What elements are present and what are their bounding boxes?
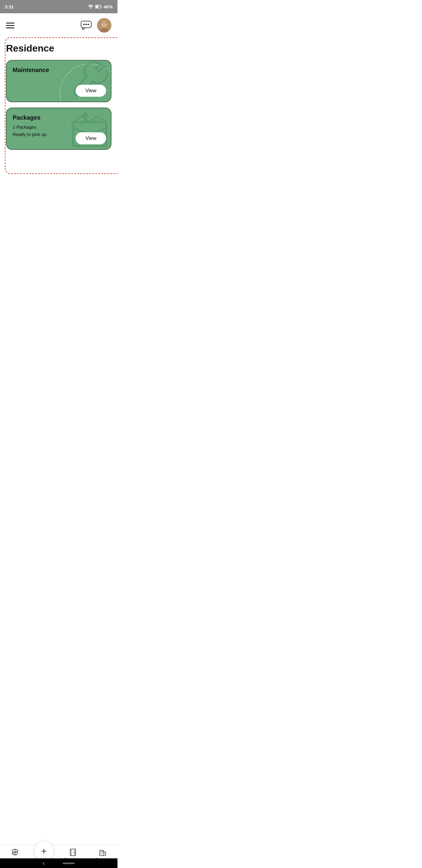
maintenance-card-title: Maintenance [13, 67, 105, 73]
battery-level: 46% [104, 4, 112, 9]
packages-card: Packages 1 Packages Ready to pick up Vie… [6, 107, 111, 150]
svg-point-11 [103, 24, 104, 24]
battery-icon [95, 5, 102, 8]
explore-icon [10, 847, 20, 857]
chat-icon [81, 21, 92, 30]
svg-rect-2 [101, 6, 101, 7]
dashed-region: Residence Maintenance View Packages 1 Pa… [6, 40, 111, 150]
svg-rect-26 [102, 851, 103, 852]
svg-rect-28 [104, 853, 105, 854]
svg-rect-27 [101, 853, 101, 854]
svg-point-12 [105, 24, 106, 24]
svg-rect-25 [101, 851, 101, 852]
gesture-bar: ‹ [0, 858, 118, 868]
status-time: 3:31 [5, 4, 14, 9]
packages-line1: 1 Packages [13, 124, 105, 131]
fab-button[interactable]: + [34, 841, 54, 861]
residence-icon [69, 848, 77, 856]
wifi-icon [88, 4, 93, 9]
maintenance-card: Maintenance View [6, 60, 111, 102]
packages-card-title: Packages [13, 114, 105, 121]
svg-point-5 [84, 24, 85, 25]
menu-button[interactable] [6, 23, 14, 28]
back-button[interactable]: ‹ [43, 860, 44, 867]
svg-point-0 [90, 8, 91, 9]
svg-point-6 [86, 24, 87, 25]
status-bar: 3:31 46% [0, 0, 118, 13]
property-icon [98, 848, 107, 856]
chat-button[interactable] [79, 19, 93, 32]
home-pill[interactable] [63, 863, 75, 864]
maintenance-view-button[interactable]: View [75, 85, 106, 97]
main-content: Residence Maintenance View Packages 1 Pa… [0, 37, 118, 191]
top-nav [0, 13, 118, 37]
page-title: Residence [6, 40, 111, 54]
status-right: 46% [88, 4, 112, 9]
svg-point-7 [88, 24, 89, 25]
svg-point-22 [73, 852, 74, 853]
svg-rect-3 [96, 6, 98, 8]
packages-view-button[interactable]: View [75, 132, 106, 144]
dashed-border-decoration [5, 37, 118, 174]
fab-icon: + [41, 846, 47, 856]
user-avatar[interactable] [97, 18, 111, 33]
nav-right [79, 18, 111, 33]
